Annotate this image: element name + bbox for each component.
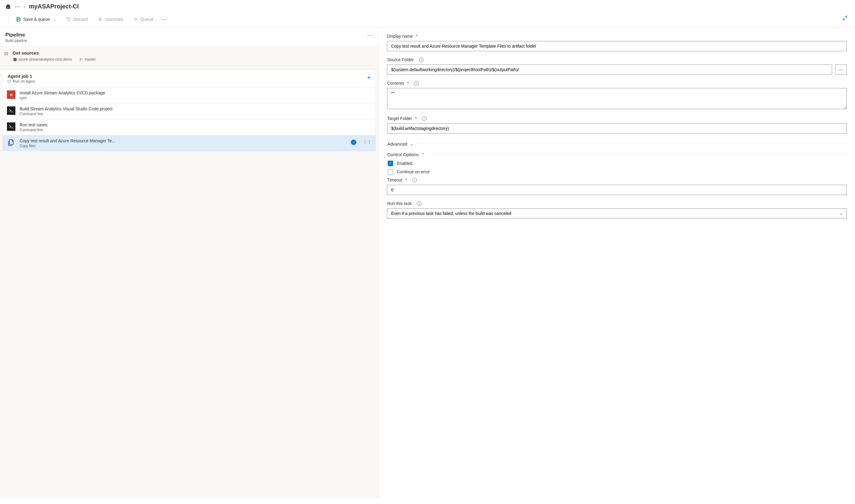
fullscreen-collapse-icon[interactable] (842, 15, 848, 22)
svg-rect-1 (8, 7, 9, 7)
required-marker: * (407, 81, 409, 86)
save-queue-label: Save & queue (23, 17, 50, 22)
save-queue-button[interactable]: Save & queue ⌄ (14, 16, 58, 23)
branch-name: master (85, 57, 96, 61)
get-sources-row[interactable]: Get sources azure-streamanalytics-cicd-d… (0, 47, 378, 66)
source-folder-label: Source Folder (387, 57, 414, 62)
timeout-field: Timeout * i (387, 178, 847, 195)
source-folder-field: Source Folder i ⋯ (387, 57, 847, 75)
list-icon (98, 17, 103, 22)
continue-on-error-label: Continue on error (397, 169, 430, 174)
task-row[interactable]: n Install Azure Stream Analytics CI/CD p… (3, 87, 376, 103)
source-folder-input[interactable] (387, 65, 832, 75)
run-this-task-label: Run this task (387, 201, 412, 206)
task-row[interactable]: Build Stream Analytics Visual Studio Cod… (3, 103, 376, 119)
svg-rect-0 (7, 7, 8, 7)
pipeline-more-icon[interactable]: ⋯ (367, 32, 373, 39)
task-subtitle: npm (20, 96, 371, 100)
save-icon (16, 17, 21, 22)
summary-button[interactable]: Summary (95, 16, 125, 23)
timeout-input[interactable] (387, 185, 847, 195)
play-icon (133, 17, 138, 22)
enabled-label: Enabled (397, 161, 412, 166)
chevron-down-icon: ⌄ (410, 142, 413, 146)
info-icon[interactable]: i (419, 58, 423, 62)
timeout-label: Timeout (387, 178, 402, 182)
svg-rect-2 (8, 80, 11, 82)
browse-source-button[interactable]: ⋯ (835, 65, 847, 75)
job-header[interactable]: Agent job 1 Run on agent + (3, 70, 376, 87)
task-title: Run test cases (20, 122, 371, 127)
summary-label: Summary (105, 17, 123, 22)
control-options-label: Control Options (387, 152, 418, 157)
drag-handle-icon[interactable]: ⋮⋮ (363, 140, 371, 144)
breadcrumb-overflow-icon[interactable]: ⋯ (15, 5, 20, 8)
contents-input[interactable] (387, 88, 847, 109)
required-marker: * (405, 178, 407, 182)
contents-label: Contents (387, 81, 404, 86)
job-card: Agent job 1 Run on agent + n Install Azu… (2, 70, 376, 151)
control-options-toggle[interactable]: Control Options ⌃ (387, 150, 847, 159)
enabled-checkbox[interactable]: ✓ (388, 161, 393, 166)
toolbar-separator (8, 15, 9, 23)
target-folder-label: Target Folder (387, 116, 412, 121)
agent-icon (7, 79, 11, 83)
info-icon[interactable]: i (422, 116, 426, 121)
check-icon: ✓ (351, 140, 356, 145)
task-subtitle: Copy files (20, 144, 347, 148)
branch-icon (79, 58, 83, 61)
display-name-input[interactable] (387, 41, 847, 51)
run-this-task-field: Run this task i ⌄ (387, 201, 847, 218)
chevron-up-icon: ⌃ (422, 152, 425, 157)
pipeline-subtitle: Build pipeline (5, 39, 27, 43)
pipeline-title: Pipeline (5, 32, 27, 38)
pipeline-header[interactable]: Pipeline Build pipeline ⋯ (0, 28, 378, 47)
discard-label: Discard (73, 17, 87, 22)
caret-down-icon: ⌄ (53, 18, 56, 21)
org-icon[interactable] (5, 4, 11, 10)
discard-button[interactable]: Discard (64, 16, 90, 23)
display-name-field: Display name * (387, 34, 847, 51)
job-subtitle: Run on agent (7, 79, 35, 84)
breadcrumb: ⋯ › myASAProject-CI (0, 0, 855, 13)
info-icon[interactable]: i (413, 178, 417, 182)
required-marker: * (416, 34, 417, 39)
display-name-label: Display name (387, 34, 413, 39)
task-row[interactable]: Copy test result and Azure Resource Mana… (3, 136, 376, 151)
task-title: Copy test result and Azure Resource Mana… (20, 138, 347, 143)
continue-on-error-row[interactable]: Continue on error (387, 169, 847, 175)
toolbar-more-icon[interactable]: ⋯ (161, 16, 167, 23)
info-icon[interactable]: i (417, 201, 421, 206)
advanced-label: Advanced (387, 141, 407, 146)
enabled-checkbox-row[interactable]: ✓ Enabled (387, 161, 847, 166)
required-marker: * (415, 116, 417, 121)
advanced-toggle[interactable]: Advanced ⌄ (387, 140, 847, 148)
job-title: Agent job 1 (7, 74, 35, 79)
azure-devops-icon (13, 57, 17, 61)
repo-meta: azure-streamanalytics-cicd-demo (13, 57, 72, 61)
add-task-button[interactable]: + (367, 74, 371, 82)
continue-on-error-checkbox[interactable] (388, 169, 393, 175)
task-title: Install Azure Stream Analytics CI/CD pac… (20, 90, 371, 95)
get-sources-title: Get sources (13, 50, 373, 55)
info-icon[interactable]: i (414, 81, 419, 86)
toolbar: Save & queue ⌄ Discard Summary Queue ⋯ (0, 13, 855, 28)
target-folder-field: Target Folder * i (387, 116, 847, 133)
task-subtitle: Command line (20, 128, 371, 132)
queue-button[interactable]: Queue (131, 16, 156, 23)
task-title: Build Stream Analytics Visual Studio Cod… (20, 106, 371, 111)
sources-icon (4, 51, 9, 57)
target-folder-input[interactable] (387, 123, 847, 133)
task-row[interactable]: Run test cases Command line (3, 119, 376, 136)
breadcrumb-project-title[interactable]: myASAProject-CI (29, 3, 79, 10)
undo-icon (66, 17, 71, 22)
pipeline-panel: Pipeline Build pipeline ⋯ Get sources az… (0, 28, 379, 499)
contents-field: Contents * i (387, 81, 847, 110)
branch-meta: master (79, 57, 96, 61)
run-this-task-select[interactable] (387, 208, 847, 218)
chevron-right-icon: › (24, 4, 25, 9)
task-subtitle: Command line (20, 112, 371, 116)
queue-label: Queue (141, 17, 153, 22)
repo-name: azure-streamanalytics-cicd-demo (19, 57, 72, 61)
task-details-panel: Display name * Source Folder i ⋯ Content… (379, 28, 855, 499)
